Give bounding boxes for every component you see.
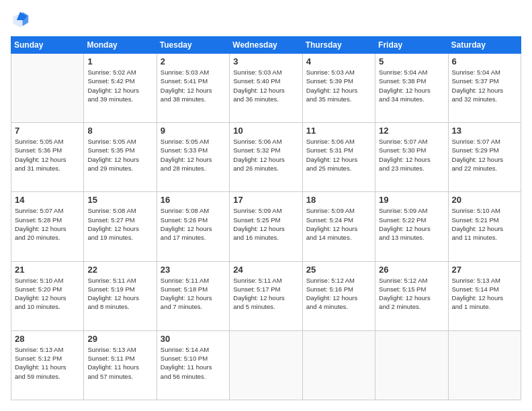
- weekday-header-tuesday: Tuesday: [157, 37, 229, 54]
- day-info: Sunrise: 5:11 AM Sunset: 5:19 PM Dayligh…: [87, 276, 152, 312]
- weekday-header-monday: Monday: [84, 37, 157, 54]
- day-number: 8: [87, 126, 152, 136]
- day-info: Sunrise: 5:10 AM Sunset: 5:21 PM Dayligh…: [452, 206, 517, 242]
- day-number: 3: [233, 56, 298, 66]
- calendar-cell: 2Sunrise: 5:03 AM Sunset: 5:41 PM Daylig…: [157, 54, 229, 123]
- calendar-week-row: 21Sunrise: 5:10 AM Sunset: 5:20 PM Dayli…: [11, 261, 521, 330]
- calendar-cell: [302, 330, 375, 400]
- day-number: 19: [379, 195, 444, 205]
- weekday-header-saturday: Saturday: [448, 37, 521, 54]
- day-number: 5: [379, 56, 444, 66]
- calendar-body: 1Sunrise: 5:02 AM Sunset: 5:42 PM Daylig…: [11, 54, 521, 400]
- calendar-cell: 10Sunrise: 5:06 AM Sunset: 5:32 PM Dayli…: [230, 123, 302, 192]
- day-info: Sunrise: 5:11 AM Sunset: 5:17 PM Dayligh…: [233, 276, 298, 312]
- calendar-cell: 22Sunrise: 5:11 AM Sunset: 5:19 PM Dayli…: [84, 261, 157, 330]
- day-number: 7: [15, 126, 80, 136]
- day-number: 16: [161, 195, 226, 205]
- weekday-header-thursday: Thursday: [302, 37, 375, 54]
- calendar-week-row: 28Sunrise: 5:13 AM Sunset: 5:12 PM Dayli…: [11, 330, 521, 400]
- day-number: 18: [306, 195, 371, 205]
- day-number: 9: [161, 126, 226, 136]
- calendar-cell: 29Sunrise: 5:13 AM Sunset: 5:11 PM Dayli…: [84, 330, 157, 400]
- day-info: Sunrise: 5:10 AM Sunset: 5:20 PM Dayligh…: [15, 276, 80, 312]
- calendar-cell: 5Sunrise: 5:04 AM Sunset: 5:38 PM Daylig…: [375, 54, 448, 123]
- calendar-cell: 19Sunrise: 5:09 AM Sunset: 5:22 PM Dayli…: [375, 192, 448, 261]
- day-number: 23: [161, 265, 226, 275]
- day-info: Sunrise: 5:05 AM Sunset: 5:35 PM Dayligh…: [87, 137, 152, 173]
- calendar-cell: 1Sunrise: 5:02 AM Sunset: 5:42 PM Daylig…: [84, 54, 157, 123]
- day-info: Sunrise: 5:13 AM Sunset: 5:12 PM Dayligh…: [15, 345, 80, 381]
- day-number: 11: [306, 126, 371, 136]
- day-info: Sunrise: 5:07 AM Sunset: 5:30 PM Dayligh…: [379, 137, 444, 173]
- day-number: 17: [233, 195, 298, 205]
- calendar-cell: 13Sunrise: 5:07 AM Sunset: 5:29 PM Dayli…: [448, 123, 521, 192]
- calendar-cell: 24Sunrise: 5:11 AM Sunset: 5:17 PM Dayli…: [230, 261, 302, 330]
- logo-icon: [11, 11, 30, 30]
- day-number: 6: [452, 56, 517, 66]
- day-number: 21: [15, 265, 80, 275]
- calendar-cell: 28Sunrise: 5:13 AM Sunset: 5:12 PM Dayli…: [11, 330, 84, 400]
- day-number: 14: [15, 195, 80, 205]
- day-number: 25: [306, 265, 371, 275]
- day-info: Sunrise: 5:04 AM Sunset: 5:37 PM Dayligh…: [452, 68, 517, 103]
- calendar-cell: 12Sunrise: 5:07 AM Sunset: 5:30 PM Dayli…: [375, 123, 448, 192]
- day-info: Sunrise: 5:09 AM Sunset: 5:25 PM Dayligh…: [233, 206, 298, 242]
- day-number: 4: [306, 56, 371, 66]
- day-info: Sunrise: 5:13 AM Sunset: 5:14 PM Dayligh…: [452, 276, 517, 312]
- calendar-cell: 20Sunrise: 5:10 AM Sunset: 5:21 PM Dayli…: [448, 192, 521, 261]
- day-number: 2: [161, 56, 226, 66]
- day-info: Sunrise: 5:09 AM Sunset: 5:22 PM Dayligh…: [379, 206, 444, 242]
- day-number: 27: [452, 265, 517, 275]
- calendar-cell: 9Sunrise: 5:05 AM Sunset: 5:33 PM Daylig…: [157, 123, 229, 192]
- day-info: Sunrise: 5:12 AM Sunset: 5:15 PM Dayligh…: [379, 276, 444, 312]
- page: SundayMondayTuesdayWednesdayThursdayFrid…: [0, 0, 532, 411]
- day-number: 15: [87, 195, 152, 205]
- day-info: Sunrise: 5:11 AM Sunset: 5:18 PM Dayligh…: [161, 276, 226, 312]
- day-info: Sunrise: 5:05 AM Sunset: 5:36 PM Dayligh…: [15, 137, 80, 173]
- day-number: 22: [87, 265, 152, 275]
- day-info: Sunrise: 5:08 AM Sunset: 5:26 PM Dayligh…: [161, 206, 226, 242]
- day-number: 29: [87, 334, 152, 344]
- calendar-cell: 6Sunrise: 5:04 AM Sunset: 5:37 PM Daylig…: [448, 54, 521, 123]
- calendar-cell: 3Sunrise: 5:03 AM Sunset: 5:40 PM Daylig…: [230, 54, 302, 123]
- calendar-cell: 11Sunrise: 5:06 AM Sunset: 5:31 PM Dayli…: [302, 123, 375, 192]
- calendar-cell: 23Sunrise: 5:11 AM Sunset: 5:18 PM Dayli…: [157, 261, 229, 330]
- day-info: Sunrise: 5:03 AM Sunset: 5:41 PM Dayligh…: [161, 68, 226, 103]
- day-info: Sunrise: 5:02 AM Sunset: 5:42 PM Dayligh…: [87, 68, 152, 103]
- calendar-cell: 16Sunrise: 5:08 AM Sunset: 5:26 PM Dayli…: [157, 192, 229, 261]
- day-number: 20: [452, 195, 517, 205]
- calendar-cell: 7Sunrise: 5:05 AM Sunset: 5:36 PM Daylig…: [11, 123, 84, 192]
- calendar-week-row: 7Sunrise: 5:05 AM Sunset: 5:36 PM Daylig…: [11, 123, 521, 192]
- day-info: Sunrise: 5:14 AM Sunset: 5:10 PM Dayligh…: [161, 345, 226, 381]
- day-info: Sunrise: 5:06 AM Sunset: 5:31 PM Dayligh…: [306, 137, 371, 173]
- day-info: Sunrise: 5:13 AM Sunset: 5:11 PM Dayligh…: [87, 345, 152, 381]
- day-number: 30: [161, 334, 226, 344]
- calendar-cell: 15Sunrise: 5:08 AM Sunset: 5:27 PM Dayli…: [84, 192, 157, 261]
- calendar-table: SundayMondayTuesdayWednesdayThursdayFrid…: [11, 36, 521, 400]
- day-info: Sunrise: 5:05 AM Sunset: 5:33 PM Dayligh…: [161, 137, 226, 173]
- calendar-week-row: 14Sunrise: 5:07 AM Sunset: 5:28 PM Dayli…: [11, 192, 521, 261]
- day-info: Sunrise: 5:07 AM Sunset: 5:28 PM Dayligh…: [15, 206, 80, 242]
- calendar-cell: 30Sunrise: 5:14 AM Sunset: 5:10 PM Dayli…: [157, 330, 229, 400]
- calendar-cell: 21Sunrise: 5:10 AM Sunset: 5:20 PM Dayli…: [11, 261, 84, 330]
- weekday-header-friday: Friday: [375, 37, 448, 54]
- day-number: 28: [15, 334, 80, 344]
- calendar-cell: [230, 330, 302, 400]
- weekday-header-sunday: Sunday: [11, 37, 84, 54]
- day-info: Sunrise: 5:09 AM Sunset: 5:24 PM Dayligh…: [306, 206, 371, 242]
- day-info: Sunrise: 5:03 AM Sunset: 5:39 PM Dayligh…: [306, 68, 371, 103]
- day-info: Sunrise: 5:04 AM Sunset: 5:38 PM Dayligh…: [379, 68, 444, 103]
- weekday-header-row: SundayMondayTuesdayWednesdayThursdayFrid…: [11, 37, 521, 54]
- day-number: 10: [233, 126, 298, 136]
- day-number: 24: [233, 265, 298, 275]
- calendar-cell: [448, 330, 521, 400]
- day-number: 13: [452, 126, 517, 136]
- header: [11, 11, 521, 30]
- day-info: Sunrise: 5:03 AM Sunset: 5:40 PM Dayligh…: [233, 68, 298, 103]
- calendar-cell: 27Sunrise: 5:13 AM Sunset: 5:14 PM Dayli…: [448, 261, 521, 330]
- day-info: Sunrise: 5:06 AM Sunset: 5:32 PM Dayligh…: [233, 137, 298, 173]
- day-number: 1: [87, 56, 152, 66]
- calendar-cell: [11, 54, 84, 123]
- logo: [11, 11, 32, 30]
- calendar-cell: 8Sunrise: 5:05 AM Sunset: 5:35 PM Daylig…: [84, 123, 157, 192]
